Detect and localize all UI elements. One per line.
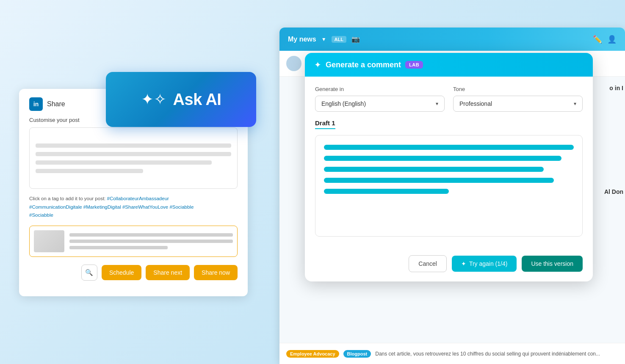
modal-body: Generate in English (English) ▾ Tone Pro…: [305, 77, 593, 255]
text-line-4: [36, 169, 143, 173]
modal-fields-row: Generate in English (English) ▾ Tone Pro…: [315, 86, 583, 112]
news-bar-camera-icon[interactable]: 📷: [351, 35, 360, 43]
text-line-1: [36, 143, 231, 148]
modal-footer: Cancel ✦ Try again (1/4) Use this versio…: [305, 255, 593, 281]
link-text-line-2: [69, 240, 233, 243]
link-preview: [29, 226, 238, 257]
news-bar-user-icon[interactable]: 👤: [607, 35, 617, 44]
modal-title: Generate a comment: [326, 61, 401, 69]
news-bar-all-badge[interactable]: ALL: [332, 36, 346, 43]
share-now-button[interactable]: Share now: [194, 265, 238, 280]
generate-in-chevron-icon: ▾: [436, 101, 438, 107]
draft-line-4: [324, 178, 554, 183]
share-card-title: Share: [47, 100, 65, 108]
draft-line-5: [324, 189, 449, 194]
sparkle-icon: ✦✧: [141, 91, 166, 108]
tone-select[interactable]: Professional ▾: [453, 96, 583, 112]
news-bar: My news ▼ ALL 📷 ✏️ 👤: [279, 28, 625, 51]
draft-content-box: [315, 135, 583, 237]
generate-in-value: English (English): [321, 100, 366, 107]
text-line-2: [36, 152, 231, 156]
tone-label: Tone: [453, 86, 583, 92]
cancel-button[interactable]: Cancel: [409, 255, 447, 272]
news-avatar-1: [286, 56, 301, 71]
tone-chevron-icon: ▾: [574, 101, 576, 107]
news-bar-edit-icon[interactable]: ✏️: [593, 35, 602, 44]
tags-section: Click on a tag to add it to your post: #…: [29, 195, 238, 220]
tag-3[interactable]: #MarketingDigital: [83, 204, 121, 210]
try-again-label: Try again (1/4): [469, 260, 508, 267]
news-bar-dropdown-icon[interactable]: ▼: [321, 36, 326, 42]
bottom-bar: Employee Advocacy Blogpost Dans cet arti…: [279, 343, 625, 364]
schedule-button[interactable]: Schedule: [102, 265, 141, 280]
use-version-button[interactable]: Use this version: [522, 256, 583, 272]
draft-label: Draft 1: [315, 119, 335, 129]
tone-field: Tone Professional ▾: [453, 86, 583, 112]
link-text-lines: [69, 233, 233, 249]
modal-sparkle-icon: ✦: [314, 60, 321, 70]
right-peek-2: Al Don: [604, 188, 623, 195]
tag-4[interactable]: #ShareWhatYouLove: [122, 204, 168, 210]
try-again-button[interactable]: ✦ Try again (1/4): [452, 256, 517, 272]
text-line-3: [36, 160, 212, 165]
bottom-bar-text: Dans cet article, vous retrouverez les 1…: [375, 351, 600, 357]
tag-1[interactable]: #CollaborateurAmbassadeur: [107, 196, 169, 201]
blogpost-badge[interactable]: Blogpost: [343, 350, 371, 358]
generate-in-field: Generate in English (English) ▾: [315, 86, 445, 112]
generate-in-select[interactable]: English (English) ▾: [315, 96, 445, 112]
draft-line-1: [324, 145, 574, 150]
tag-5[interactable]: #Sociabble: [169, 204, 194, 210]
right-peek-1: o in I: [609, 85, 623, 91]
modal-header: ✦ Generate a comment LAB: [305, 53, 593, 77]
employee-advocacy-badge[interactable]: Employee Advocacy: [286, 350, 339, 358]
generate-comment-modal: ✦ Generate a comment LAB Generate in Eng…: [305, 53, 593, 281]
try-again-sparkle-icon: ✦: [461, 260, 466, 267]
draft-line-2: [324, 156, 561, 161]
draft-line-3: [324, 167, 544, 172]
ask-ai-badge[interactable]: ✦✧ Ask AI: [106, 72, 256, 127]
link-thumbnail: [34, 230, 64, 252]
post-text-area[interactable]: [29, 127, 238, 189]
link-thumb-image: [34, 230, 64, 252]
linkedin-icon: in: [29, 97, 43, 111]
tag-2[interactable]: #CommunicationDigitale: [29, 204, 82, 210]
share-next-button[interactable]: Share next: [146, 265, 190, 280]
news-bar-actions: ✏️ 👤: [593, 35, 617, 44]
tag-6[interactable]: #Sociabble: [29, 212, 53, 218]
link-text-line-1: [69, 233, 233, 237]
search-button[interactable]: 🔍: [81, 265, 97, 281]
link-text-line-3: [69, 246, 168, 249]
tone-value: Professional: [459, 100, 492, 107]
tags-prefix: Click on a tag to add it to your post:: [29, 196, 105, 201]
generate-in-label: Generate in: [315, 86, 445, 92]
action-buttons: 🔍 Schedule Share next Share now: [29, 265, 238, 281]
news-bar-title: My news: [288, 36, 316, 43]
lab-badge: LAB: [405, 61, 423, 69]
ask-ai-label: Ask AI: [173, 91, 221, 109]
